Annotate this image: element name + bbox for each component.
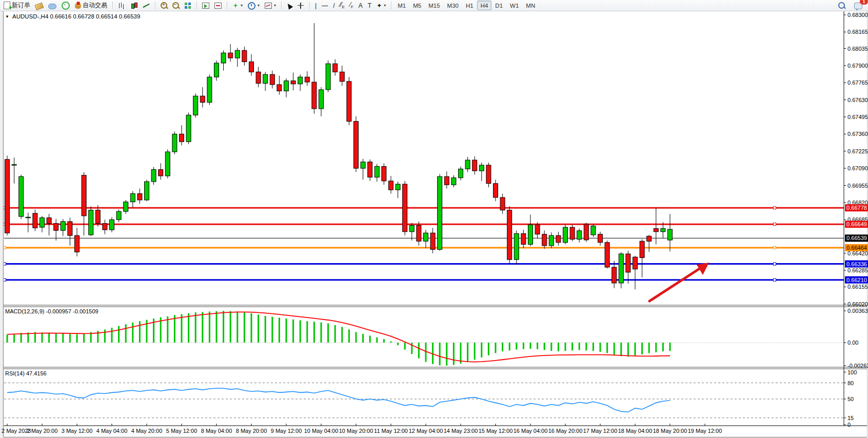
candle-body xyxy=(514,233,519,260)
price-tick-label: 0.67900 xyxy=(847,63,868,69)
candle-body xyxy=(361,162,365,168)
candle-body xyxy=(459,169,463,177)
timeframe-m15[interactable]: M15 xyxy=(425,1,443,10)
candle-body xyxy=(110,220,114,230)
equidistant-channel-button[interactable]: ⁄⁄E xyxy=(338,1,347,10)
candlestick-chart-button[interactable] xyxy=(128,1,140,10)
toolbar-group-zoom xyxy=(157,0,195,11)
candle-body xyxy=(451,178,456,185)
horizontal-line-button[interactable]: — xyxy=(319,1,330,10)
timeframe-m30[interactable]: M30 xyxy=(444,1,462,10)
candle-body xyxy=(214,63,219,77)
time-tick-label: 19 May 12:00 xyxy=(688,428,722,434)
time-tick-label: 18 May 04:00 xyxy=(618,428,653,434)
bar-chart-button[interactable] xyxy=(115,1,128,10)
candle-body xyxy=(12,165,16,166)
community-icon xyxy=(48,4,56,9)
text-label-button[interactable]: T xyxy=(365,1,374,10)
cursor-button[interactable] xyxy=(284,1,294,10)
metaeditor-button[interactable] xyxy=(33,1,46,10)
line-handle[interactable] xyxy=(774,223,776,226)
vertical-line-icon: | xyxy=(315,2,317,9)
templates-button[interactable]: ▾ xyxy=(262,1,279,10)
indicators-button[interactable]: +▾ xyxy=(230,1,245,10)
community-button[interactable] xyxy=(46,1,59,10)
line-chart-button[interactable] xyxy=(140,1,152,10)
timeframe-d1[interactable]: D1 xyxy=(491,1,506,10)
candle-body xyxy=(200,96,205,102)
chart-shift-button[interactable] xyxy=(212,1,224,10)
timeframe-h1-label: H1 xyxy=(466,3,474,9)
trendline-icon: / xyxy=(333,2,334,9)
tile-windows-icon xyxy=(184,2,191,9)
candle-body xyxy=(298,77,303,84)
arrows-button[interactable]: ✦▾ xyxy=(374,1,388,10)
time-tick-label: 17 May 12:00 xyxy=(583,428,618,434)
time-tick-label: 3 May 12:00 xyxy=(62,428,93,434)
candle-body xyxy=(612,267,617,283)
text-button[interactable]: A xyxy=(356,1,365,10)
timeframe-h4[interactable]: H4 xyxy=(477,1,492,10)
new-order-button[interactable]: 新订单 xyxy=(1,1,33,10)
chart-window: 0.683000.681650.680350.679000.677650.676… xyxy=(0,11,868,438)
candle-body xyxy=(368,162,372,177)
timeframe-m5[interactable]: M5 xyxy=(409,1,425,10)
timeframe-h1[interactable]: H1 xyxy=(462,1,477,10)
line-handle[interactable] xyxy=(774,207,776,209)
chat-button[interactable]: 1 xyxy=(852,1,865,10)
candle-body xyxy=(137,194,142,200)
timeframe-w1-label: W1 xyxy=(510,3,519,9)
timeframe-h4-label: H4 xyxy=(481,3,488,9)
timeframe-m1[interactable]: M1 xyxy=(394,1,409,10)
toolbar-separator xyxy=(281,2,282,9)
auto-scroll-button[interactable] xyxy=(200,1,212,10)
search-button[interactable] xyxy=(836,1,847,10)
candle-body xyxy=(444,176,449,185)
timeframe-m30-label: M30 xyxy=(447,3,459,9)
timeframe-mn[interactable]: MN xyxy=(522,1,539,10)
rsi-tick-label: 50 xyxy=(847,396,854,402)
candle-body xyxy=(82,175,86,216)
price-tick-label: 0.68035 xyxy=(847,46,868,52)
chevron-down-icon: ▾ xyxy=(241,3,243,8)
toolbar-separator xyxy=(227,2,227,9)
candle-body xyxy=(333,64,338,72)
candle-body xyxy=(242,50,247,62)
pivot-line-price-label-text: 0.66464 xyxy=(846,245,867,251)
toolbar-group-objects: |—/⁄⁄E⁄FAT✦▾ xyxy=(311,0,389,11)
candle-body xyxy=(472,160,477,171)
line-handle[interactable] xyxy=(774,263,776,265)
candle-body xyxy=(563,227,568,243)
toolbar-separator xyxy=(155,2,155,9)
line-handle[interactable] xyxy=(774,278,776,281)
candle-body xyxy=(159,170,163,176)
autotrading-button[interactable]: 自动交易 xyxy=(72,1,110,10)
line-handle[interactable] xyxy=(774,246,776,249)
timeframe-w1[interactable]: W1 xyxy=(506,1,522,10)
crosshair-icon xyxy=(297,2,304,9)
signals-button[interactable] xyxy=(59,1,72,10)
price-tick-label: 0.68165 xyxy=(847,29,868,35)
price-tick-label: 0.67225 xyxy=(847,148,868,154)
fibonacci-button[interactable]: ⁄F xyxy=(347,1,356,10)
fibonacci-icon: ⁄F xyxy=(350,1,353,9)
crosshair-button[interactable] xyxy=(294,1,307,10)
candle-body xyxy=(103,224,107,230)
candle-body xyxy=(521,233,526,244)
time-tick-label: 8 May 20:00 xyxy=(236,428,267,434)
search-icon xyxy=(838,2,845,9)
candle-body xyxy=(668,229,673,240)
tile-windows-button[interactable] xyxy=(182,1,194,10)
candle-body xyxy=(89,210,93,235)
vertical-line-button[interactable]: | xyxy=(312,1,319,10)
periods-button[interactable]: ▾ xyxy=(245,1,262,10)
candle-body xyxy=(542,234,547,246)
zoom-out-button[interactable] xyxy=(170,1,182,10)
support-line-1-price-label-text: 0.66336 xyxy=(846,261,867,267)
candle-body xyxy=(640,241,644,257)
zoom-in-button[interactable] xyxy=(158,1,170,10)
text-icon: A xyxy=(359,2,363,9)
candle-body xyxy=(465,160,470,169)
trendline-button[interactable]: / xyxy=(330,1,337,10)
macd-tick-label: -0.00263 xyxy=(847,363,868,369)
